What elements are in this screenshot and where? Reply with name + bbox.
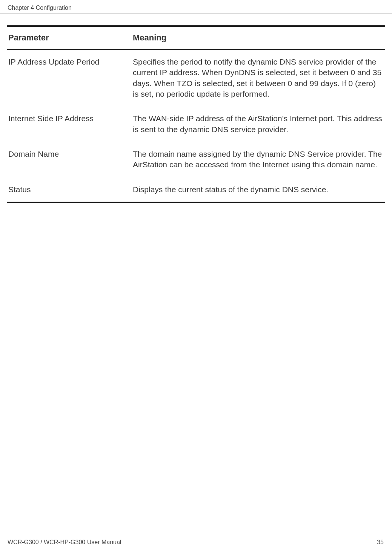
table-row: Status Displays the current status of th… — [7, 177, 385, 202]
table-header-row: Parameter Meaning — [7, 26, 385, 49]
table-row: IP Address Update Period Specifies the p… — [7, 49, 385, 106]
parameter-table: Parameter Meaning IP Address Update Peri… — [7, 25, 385, 203]
cell-meaning: Specifies the period to notify the dynam… — [131, 49, 385, 106]
cell-meaning: The domain name assigned by the dynamic … — [131, 142, 385, 177]
cell-meaning: Displays the current status of the dynam… — [131, 177, 385, 202]
page-header: Chapter 4 Configuration — [0, 0, 392, 14]
content-area: Parameter Meaning IP Address Update Peri… — [0, 14, 392, 203]
header-parameter: Parameter — [7, 26, 131, 49]
table-row: Internet Side IP Address The WAN-side IP… — [7, 106, 385, 142]
cell-parameter: IP Address Update Period — [7, 49, 131, 106]
cell-parameter: Domain Name — [7, 142, 131, 177]
manual-title: WCR-G300 / WCR-HP-G300 User Manual — [8, 539, 121, 546]
cell-parameter: Status — [7, 177, 131, 202]
page-footer: WCR-G300 / WCR-HP-G300 User Manual 35 — [0, 535, 392, 551]
table-row: Domain Name The domain name assigned by … — [7, 142, 385, 177]
chapter-label: Chapter 4 Configuration — [8, 5, 72, 11]
cell-meaning: The WAN-side IP address of the AirStatio… — [131, 106, 385, 142]
header-meaning: Meaning — [131, 26, 385, 49]
cell-parameter: Internet Side IP Address — [7, 106, 131, 142]
page-number: 35 — [377, 539, 384, 546]
